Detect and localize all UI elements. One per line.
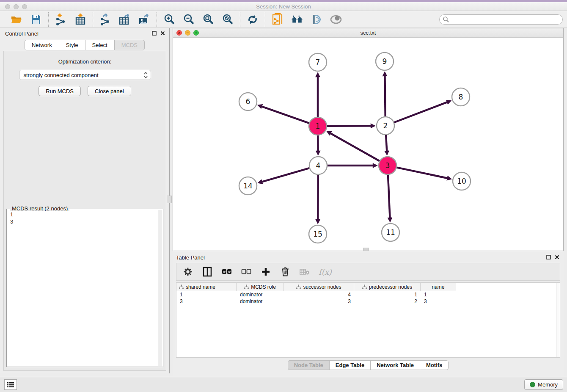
tab-network-table[interactable]: Network Table [370,360,420,370]
tab-mcds[interactable]: MCDS [114,40,145,50]
network-canvas[interactable]: 1234678910111415 [173,38,563,251]
svg-text:2: 2 [383,121,388,130]
select-all-icon[interactable] [221,266,232,277]
cell-shared-name[interactable]: 1 [176,291,237,298]
svg-text:1: 1 [316,122,320,130]
table-panel-close-icon[interactable] [555,254,559,261]
network-window-title: scc.txt [173,30,563,36]
network-window-titlebar[interactable]: × − + scc.txt [173,28,563,38]
graph-edge-3-1[interactable] [330,133,380,161]
graph-node-7[interactable]: 7 [309,53,327,71]
search-input[interactable] [439,14,563,25]
svg-text:6: 6 [246,97,250,106]
graph-edge-4-14[interactable] [262,168,310,182]
graph-edge-3-10[interactable] [396,167,448,178]
tab-node-table[interactable]: Node Table [288,360,329,370]
graph-edge-2-9[interactable] [385,76,385,117]
graph-edge-1-2[interactable] [327,126,371,126]
graph-node-6[interactable]: 6 [239,93,257,110]
tab-motifs[interactable]: Motifs [420,360,449,370]
svg-text:15: 15 [313,230,322,238]
sort-hierarchy-icon [179,284,184,289]
graph-node-15[interactable]: 15 [309,225,327,243]
cell-predecessor-nodes[interactable]: 1 [354,291,421,298]
table-row[interactable]: 1 dominator 4 1 1 [176,291,560,298]
new-network-from-selection-icon[interactable] [271,13,284,26]
close-panel-button[interactable]: Close panel [88,86,131,96]
delete-column-icon[interactable] [280,266,291,277]
tab-edge-table[interactable]: Edge Table [329,360,370,370]
task-history-button[interactable] [4,379,17,390]
graph-edge-2-3[interactable] [386,135,387,151]
horizontal-splitter-grip[interactable] [363,248,369,251]
add-column-icon[interactable] [260,266,271,277]
svg-text:11: 11 [386,228,395,237]
graph-edge-3-11[interactable] [388,174,390,218]
table-scrollbar[interactable] [556,283,560,357]
table-settings-gear-icon[interactable] [182,266,193,277]
control-panel-close-icon[interactable] [160,30,165,37]
mcds-result-list[interactable]: 1 3 [8,211,157,366]
open-session-icon[interactable] [10,13,23,26]
svg-text:10: 10 [457,177,466,185]
memory-button[interactable]: Memory [524,379,563,390]
svg-text:4: 4 [316,161,321,170]
control-panel-float-icon[interactable] [152,30,157,37]
tab-network[interactable]: Network [25,40,59,50]
show-columns-icon[interactable] [202,266,213,277]
cell-mcds-role[interactable]: dominator [237,291,284,298]
run-mcds-button[interactable]: Run MCDS [39,86,81,96]
cell-name[interactable]: 3 [421,298,456,305]
mcds-result-box: MCDS result (2 nodes) 1 3 [6,209,163,367]
zoom-fit-icon[interactable] [202,13,215,26]
column-header-mcds-role[interactable]: MCDS role [237,283,284,291]
column-header-shared-name[interactable]: shared name [176,283,237,291]
network-view-window: × − + scc.txt 1234678910111415 [173,28,564,251]
graph-node-9[interactable]: 9 [376,52,394,70]
graph-node-1[interactable]: 1 [309,117,327,135]
tab-style[interactable]: Style [59,40,85,50]
graph-node-3[interactable]: 3 [379,157,396,174]
hide-selected-icon[interactable] [310,13,323,26]
save-session-icon[interactable] [30,13,42,26]
column-header-name[interactable]: name [421,283,456,291]
zoom-in-icon[interactable] [163,13,176,26]
graph-node-11[interactable]: 11 [382,224,399,241]
graph-node-8[interactable]: 8 [452,88,470,106]
apply-preferred-layout-icon[interactable] [246,13,259,26]
graph-node-14[interactable]: 14 [239,177,257,195]
export-network-icon[interactable] [99,13,112,26]
graph-node-2[interactable]: 2 [377,117,394,135]
zoom-selected-icon[interactable] [221,13,234,26]
column-header-predecessor-nodes[interactable]: predecessor nodes [354,283,421,291]
graph-edge-1-6[interactable] [261,106,309,123]
table-panel: Table Panel [173,252,564,376]
export-table-icon[interactable] [118,13,131,26]
cell-mcds-role[interactable]: dominator [237,298,284,305]
cell-predecessor-nodes[interactable]: 2 [354,298,421,305]
zoom-out-icon[interactable] [182,13,195,26]
cell-name[interactable]: 1 [421,291,456,298]
graph-node-4[interactable]: 4 [309,157,327,174]
graph-edge-2-8[interactable] [394,102,448,122]
column-header-successor-nodes[interactable]: successor nodes [284,283,354,291]
export-image-icon[interactable] [138,13,151,26]
graph-edge-4-15[interactable] [318,174,318,220]
criterion-dropdown[interactable]: strongly connected component [19,70,151,80]
table-row[interactable]: 3 dominator 3 2 3 [176,298,560,305]
delete-table-icon[interactable] [299,266,310,277]
vertical-splitter-grip[interactable] [167,196,172,203]
import-network-icon[interactable] [55,13,67,26]
tab-select[interactable]: Select [85,40,114,50]
import-table-icon[interactable] [74,13,87,26]
table-panel-float-icon[interactable] [546,254,551,261]
cell-shared-name[interactable]: 3 [176,298,237,305]
deselect-all-icon[interactable] [241,266,252,277]
cell-successor-nodes[interactable]: 4 [284,291,354,298]
graph-node-10[interactable]: 10 [453,172,471,190]
function-builder-icon[interactable]: f(x) [319,266,332,277]
cell-successor-nodes[interactable]: 3 [284,298,354,305]
first-neighbors-icon[interactable] [291,13,303,26]
mcds-result-scrollbar[interactable] [158,210,162,366]
show-all-icon[interactable] [330,13,342,26]
